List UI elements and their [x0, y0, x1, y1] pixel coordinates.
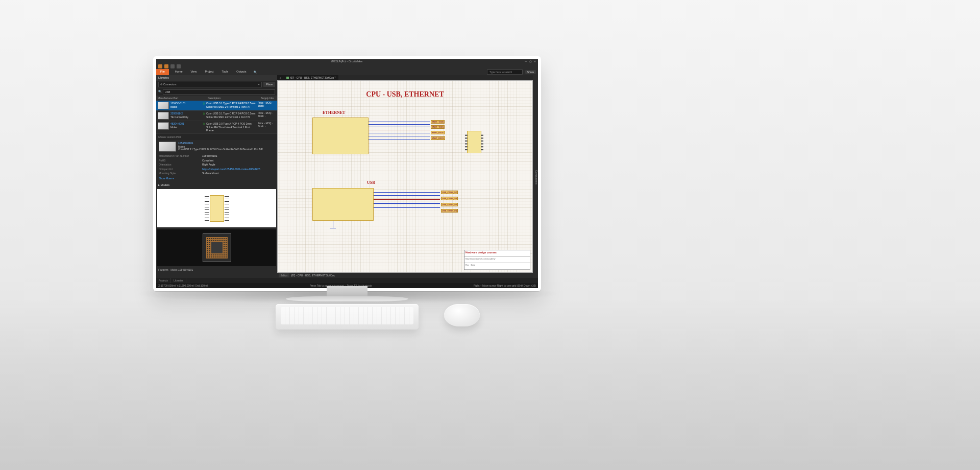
- global-search-input[interactable]: Type here to search: [487, 69, 523, 75]
- bottom-tab-libraries[interactable]: Libraries: [171, 278, 186, 283]
- qat-redo-icon[interactable]: [177, 64, 181, 68]
- document-tabs: ⌂ [07] - CPU - USB, ETHERNET.SchDoc *: [277, 75, 533, 80]
- part-thumb: [158, 102, 169, 109]
- section-label-ethernet: ETHERNET: [323, 110, 345, 115]
- application-window: iMX6LPrjPcb - CircuitMaker — ▢ ✕ File Ho…: [156, 59, 538, 288]
- category-select[interactable]: ⚙ Connectors ▾: [158, 82, 262, 87]
- window-title: iMX6LPrjPcb - CircuitMaker: [331, 60, 362, 63]
- qat-icon[interactable]: [158, 64, 162, 68]
- models-header[interactable]: ▸ Models: [156, 182, 277, 188]
- libraries-panel: Libraries ⚙ Connectors ▾ Place 🔍 Manufac…: [156, 75, 277, 278]
- menu-view[interactable]: View: [189, 69, 199, 75]
- menu-tools[interactable]: Tools: [220, 69, 231, 75]
- menu-outputs[interactable]: Outputs: [234, 69, 248, 75]
- octopart-link[interactable]: https://octopart.com/105450-0101-molex-6…: [202, 168, 260, 171]
- show-more-button[interactable]: Show More +: [159, 176, 275, 181]
- monitor-stand: [327, 286, 368, 297]
- maximize-icon[interactable]: ▢: [529, 60, 532, 63]
- detail-thumb: [159, 142, 176, 152]
- schematic-canvas[interactable]: CPU - USB, ETHERNET ETHERNET USB ENET_TX…: [277, 80, 533, 273]
- bottom-tab-projects[interactable]: Projects: [156, 278, 171, 283]
- bottom-tabs: Projects Libraries: [156, 278, 538, 283]
- schematic-icon: [286, 77, 289, 79]
- create-custom-part-button[interactable]: Create Custom Part: [156, 134, 277, 140]
- part-row[interactable]: 48204-0001 Molex ▯ Conn USB 2.0 Type A R…: [156, 121, 277, 134]
- panel-title: Libraries: [156, 75, 277, 81]
- part-thumb: [158, 112, 169, 120]
- window-titlebar: iMX6LPrjPcb - CircuitMaker — ▢ ✕: [156, 59, 538, 64]
- connector-symbol: [467, 131, 481, 153]
- chevron-down-icon: ▾: [258, 83, 260, 86]
- part-list-header: Manufacturer Part Description Supply Inf…: [156, 96, 277, 101]
- ethernet-block: ENET_TXD0 ENET_TXD1 ENET_RXD0 ENET_RXD1: [312, 118, 435, 158]
- menu-bar: File Home View Project Tools Outputs 🔍 T…: [156, 69, 538, 75]
- usb-block: USB_OTG1_DP USB_OTG1_DN USB_OTG2_DP USB_…: [312, 188, 445, 229]
- home-tab[interactable]: ⌂: [277, 75, 284, 80]
- search-icon: 🔍: [158, 90, 162, 93]
- menu-project[interactable]: Project: [203, 69, 215, 75]
- part-row[interactable]: 2295018-2 TE Connectivity ▯ Conn USB 3.1…: [156, 111, 277, 121]
- mouse: [444, 304, 480, 326]
- status-keyhint: Right – Move cursor Right by one grid (S…: [474, 284, 536, 288]
- editor-footer: Editor [07] - CPU - USB, ETHERNET.SchDoc: [277, 273, 533, 278]
- menu-file[interactable]: File: [156, 69, 169, 75]
- editor-badge: Editor: [279, 273, 289, 278]
- share-button[interactable]: Share: [525, 70, 536, 75]
- search-icon: 🔍: [254, 70, 257, 74]
- sheet-title: CPU - USB, ETHERNET: [278, 90, 532, 99]
- qat-icon[interactable]: [164, 64, 168, 68]
- monitor-base: [286, 296, 408, 301]
- part-search-input[interactable]: [163, 89, 275, 95]
- quick-access-toolbar: [156, 64, 538, 69]
- minimize-icon[interactable]: —: [525, 60, 527, 63]
- close-icon[interactable]: ✕: [534, 60, 536, 63]
- home-icon: ⌂: [280, 76, 281, 80]
- check-icon: ▯: [201, 102, 206, 105]
- part-row[interactable]: 105450-0101 Molex ▯ Conn USB 3.1 Type C …: [156, 101, 277, 111]
- check-icon: ▯: [201, 112, 206, 115]
- part-details: 105450-0101 Molex Conn USB 3.1 Type C RC…: [156, 140, 277, 182]
- connector-icon: ⚙: [160, 83, 162, 86]
- monitor-frame: iMX6LPrjPcb - CircuitMaker — ▢ ✕ File Ho…: [153, 56, 541, 291]
- menu-home[interactable]: Home: [173, 69, 185, 75]
- check-icon: ▯: [201, 122, 206, 126]
- section-label-usb: USB: [367, 180, 375, 185]
- footprint-name: Footprint - Molex 105450-0101: [156, 267, 277, 273]
- status-coords: X:15700.000mil Y:11200.000mil Grid:100mi…: [158, 284, 208, 288]
- qat-undo-icon[interactable]: [170, 64, 175, 68]
- symbol-preview[interactable]: [157, 189, 276, 227]
- sheet-title-block: Hardware design courses http://www.fedev…: [464, 250, 530, 270]
- document-tab[interactable]: [07] - CPU - USB, ETHERNET.SchDoc *: [284, 75, 338, 80]
- components-side-tab[interactable]: Components: [533, 75, 538, 278]
- place-button[interactable]: Place: [263, 82, 275, 87]
- footprint-preview[interactable]: [157, 229, 276, 266]
- part-thumb: [158, 122, 169, 130]
- keyboard: [276, 304, 419, 330]
